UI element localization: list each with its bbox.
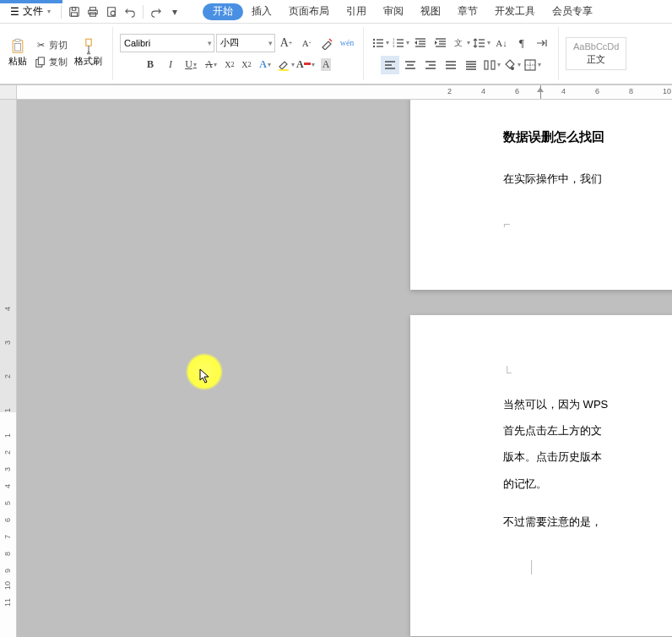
titlebar-quick-access: ☰ 文件 ▾ ▾ 开始 插入 页面布局 引用 审阅 视图 章节 开发工具 会员专… bbox=[0, 0, 672, 24]
chevron-down-icon: ▾ bbox=[487, 39, 490, 46]
chevron-down-icon: ▾ bbox=[538, 61, 541, 68]
clipboard-icon bbox=[11, 40, 24, 53]
borders-button[interactable]: ▾ bbox=[523, 56, 541, 74]
font-color-button[interactable]: A▾ bbox=[296, 56, 315, 74]
ribbon-group-clipboard: 粘贴 ✂ 剪切 复制 格式刷 bbox=[5, 27, 113, 80]
preview-button[interactable] bbox=[104, 4, 119, 19]
align-distribute-button[interactable] bbox=[462, 56, 480, 74]
ribbon-group-styles: AaBbCcDd 正文 bbox=[566, 27, 633, 80]
redo-button[interactable] bbox=[149, 4, 164, 19]
print-button[interactable] bbox=[85, 4, 100, 19]
cursor-arrow-icon bbox=[199, 368, 213, 385]
text-direction-button[interactable]: 文▾ bbox=[452, 34, 470, 52]
scissors-icon: ✂ bbox=[34, 39, 47, 52]
cut-button[interactable]: ✂ 剪切 bbox=[32, 38, 69, 53]
ruler-vertical[interactable]: 1 2 3 4 1 2 3 4 5 6 7 8 9 10 11 bbox=[0, 100, 17, 637]
align-center-button[interactable] bbox=[401, 56, 420, 74]
format-painter-label: 格式刷 bbox=[74, 55, 102, 68]
paste-label: 粘贴 bbox=[8, 55, 27, 68]
ribbon: 粘贴 ✂ 剪切 复制 格式刷 Calibri ▾ bbox=[0, 24, 672, 84]
underline-button[interactable]: U▾ bbox=[182, 56, 200, 74]
svg-rect-12 bbox=[38, 57, 44, 64]
style-preview-text: AaBbCcDd bbox=[573, 41, 619, 52]
increase-indent-button[interactable] bbox=[431, 34, 450, 52]
columns-button[interactable]: ▾ bbox=[482, 56, 501, 74]
svg-point-15 bbox=[372, 38, 374, 40]
svg-point-17 bbox=[372, 41, 374, 43]
paste-button[interactable]: 粘贴 bbox=[5, 38, 30, 69]
undo-button[interactable] bbox=[122, 4, 138, 19]
svg-rect-10 bbox=[14, 43, 20, 51]
style-normal[interactable]: AaBbCcDd 正文 bbox=[566, 37, 626, 70]
chevron-down-icon: ▾ bbox=[467, 39, 470, 46]
align-right-button[interactable] bbox=[421, 56, 440, 74]
save-button[interactable] bbox=[67, 4, 82, 19]
file-label: 文件 bbox=[23, 4, 43, 19]
tab-view[interactable]: 视图 bbox=[412, 0, 449, 23]
page-2[interactable]: └ 当然可以，因为 WPS 首先点击左上方的文 版本。点击历史版本 的记忆。 不… bbox=[410, 315, 672, 636]
phonetic-guide-button[interactable]: wén bbox=[338, 34, 356, 52]
tab-member[interactable]: 会员专享 bbox=[544, 0, 601, 23]
shrink-font-button[interactable]: A- bbox=[297, 34, 316, 52]
chevron-down-icon: ▾ bbox=[47, 8, 51, 15]
copy-button[interactable]: 复制 bbox=[32, 55, 69, 70]
tab-start[interactable]: 开始 bbox=[203, 3, 243, 20]
svg-rect-13 bbox=[85, 39, 90, 46]
svg-text:文: 文 bbox=[454, 38, 463, 47]
shading-button[interactable]: ▾ bbox=[502, 56, 521, 74]
highlight-color-button[interactable]: ▾ bbox=[276, 56, 295, 74]
svg-rect-55 bbox=[485, 61, 488, 69]
qat-chevron-down-icon[interactable]: ▾ bbox=[167, 4, 182, 19]
char-shading-button[interactable]: A bbox=[317, 56, 335, 74]
clear-format-button[interactable] bbox=[317, 34, 336, 52]
format-painter-button[interactable]: 格式刷 bbox=[71, 38, 106, 69]
line-spacing-button[interactable]: ▾ bbox=[472, 34, 490, 52]
sort-button[interactable]: A↓ bbox=[492, 34, 511, 52]
font-name-combo[interactable]: Calibri ▾ bbox=[120, 34, 214, 52]
strike-button[interactable]: A▾ bbox=[202, 56, 220, 74]
corner-bracket-icon: └ bbox=[503, 366, 512, 379]
copy-label: 复制 bbox=[49, 56, 68, 68]
svg-rect-9 bbox=[15, 39, 20, 41]
bold-button[interactable]: B bbox=[141, 56, 160, 74]
font-size-combo[interactable]: 小四 ▾ bbox=[216, 34, 275, 52]
font-name-value: Calibri bbox=[124, 38, 150, 48]
hamburger-icon: ☰ bbox=[10, 6, 19, 18]
chevron-down-icon: ▾ bbox=[312, 61, 315, 68]
ribbon-tabs: 开始 插入 页面布局 引用 审阅 视图 章节 开发工具 会员专享 bbox=[203, 0, 601, 23]
chevron-down-icon: ▾ bbox=[406, 39, 409, 46]
ribbon-group-paragraph: ▾ 123▾ 文▾ ▾ A↓ ¶ ▾ ▾ ▾ bbox=[371, 27, 559, 80]
tab-review[interactable]: 审阅 bbox=[375, 0, 412, 23]
page-1[interactable]: 数据误删怎么找回 在实际操作中，我们 ⌐ bbox=[410, 100, 672, 290]
copy-icon bbox=[34, 56, 47, 69]
page2-paragraph-1: 当然可以，因为 WPS bbox=[503, 391, 672, 417]
ruler-horizontal[interactable]: 2 4 6 4 6 8 10 bbox=[0, 84, 672, 100]
document-canvas[interactable]: 数据误删怎么找回 在实际操作中，我们 ⌐ └ 当然可以，因为 WPS 首先点击左… bbox=[17, 100, 672, 637]
superscript-button[interactable]: X2 bbox=[222, 56, 237, 74]
text-effects-button[interactable]: A▾ bbox=[256, 56, 274, 74]
page1-title: 数据误删怎么找回 bbox=[503, 129, 672, 145]
tab-stop-button[interactable] bbox=[533, 34, 551, 52]
svg-rect-2 bbox=[72, 12, 78, 15]
grow-font-button[interactable]: A+ bbox=[277, 34, 295, 52]
bullets-button[interactable]: ▾ bbox=[371, 34, 389, 52]
tab-chapter[interactable]: 章节 bbox=[449, 0, 486, 23]
svg-point-7 bbox=[111, 11, 115, 15]
page2-paragraph-3: 版本。点击历史版本 bbox=[503, 444, 672, 470]
tab-insert[interactable]: 插入 bbox=[243, 0, 280, 23]
show-marks-button[interactable]: ¶ bbox=[512, 34, 531, 52]
file-menu[interactable]: ☰ 文件 ▾ bbox=[5, 3, 56, 20]
style-name-text: 正文 bbox=[587, 53, 605, 66]
numbering-button[interactable]: 123▾ bbox=[391, 34, 409, 52]
subscript-button[interactable]: X2 bbox=[239, 56, 254, 74]
tab-page-layout[interactable]: 页面布局 bbox=[280, 0, 338, 23]
corner-bracket-icon: │ bbox=[528, 560, 536, 574]
tab-dev[interactable]: 开发工具 bbox=[486, 0, 544, 23]
align-justify-button[interactable] bbox=[442, 56, 460, 74]
chevron-down-icon: ▾ bbox=[208, 39, 212, 47]
cursor-highlight-icon bbox=[186, 353, 223, 390]
italic-button[interactable]: I bbox=[161, 56, 180, 74]
decrease-indent-button[interactable] bbox=[411, 34, 430, 52]
tab-references[interactable]: 引用 bbox=[338, 0, 375, 23]
align-left-button[interactable] bbox=[381, 56, 399, 74]
